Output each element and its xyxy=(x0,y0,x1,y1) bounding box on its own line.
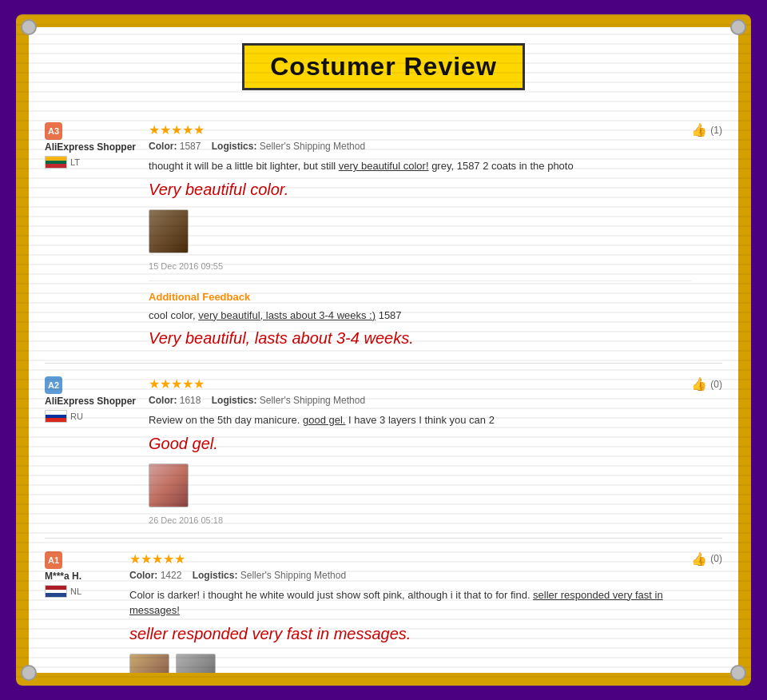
review-body: ★★★★★ Color: 1587 Logistics: Seller's Sh… xyxy=(149,122,691,350)
title-wrapper: Costumer Review xyxy=(45,43,722,90)
review-date: 26 Dec 2016 05:18 xyxy=(149,515,691,525)
reviewer-info: A1 M***a H. NL xyxy=(45,551,117,598)
review-text: Color is darker! i thought he white woul… xyxy=(129,587,691,646)
thumb-up-icon: 👍 xyxy=(691,122,707,137)
review-meta: Color: 1587 Logistics: Seller's Shipping… xyxy=(149,141,691,152)
flag-lt xyxy=(45,156,67,169)
review-header: A1 M***a H. NL ★★★★★ Color: 1422 Logisti… xyxy=(45,551,722,674)
review-date: 15 Dec 2016 09:55 xyxy=(149,261,691,271)
review-body: ★★★★★ Color: 1618 Logistics: Seller's Sh… xyxy=(149,376,691,525)
review-images xyxy=(149,463,691,507)
review-callout: Good gel. xyxy=(149,432,691,455)
corner-bolt-br xyxy=(730,665,746,681)
review-meta: Color: 1618 Logistics: Seller's Shipping… xyxy=(149,395,691,406)
review-body: ★★★★★ Color: 1422 Logistics: Seller's Sh… xyxy=(129,551,691,674)
review-thumbnail[interactable] xyxy=(149,463,189,507)
review-header: A3 AliExpress Shopper LT ★★★★★ Color: 15… xyxy=(45,122,722,350)
reviewer-country: LT xyxy=(70,157,80,167)
review-header: A2 AliExpress Shopper RU ★★★★★ Color: 16… xyxy=(45,376,722,525)
like-count[interactable]: 👍(1) xyxy=(691,122,722,137)
corner-bolt-tl xyxy=(21,19,37,35)
reviewer-name: AliExpress Shopper xyxy=(45,396,136,407)
review-card: A1 M***a H. NL ★★★★★ Color: 1422 Logisti… xyxy=(45,539,722,674)
reviewer-country: NL xyxy=(70,587,81,596)
review-thumbnail[interactable] xyxy=(149,209,189,253)
review-callout: seller responded very fast in messages. xyxy=(129,622,691,646)
additional-feedback-title: Additional Feedback xyxy=(149,291,691,303)
star-rating: ★★★★★ xyxy=(129,551,691,567)
corner-bolt-tr xyxy=(730,19,746,35)
page-title: Costumer Review xyxy=(242,43,525,90)
review-callout: Very beautiful color. xyxy=(149,177,691,201)
review-text: Review on the 5th day manicure. good gel… xyxy=(149,412,691,455)
reviewer-name: AliExpress Shopper xyxy=(45,141,136,153)
reviewer-badge: A1 xyxy=(45,551,62,569)
reviewer-badge: A3 xyxy=(45,122,62,140)
corner-bolt-bl xyxy=(21,665,37,681)
thumb-up-icon: 👍 xyxy=(691,376,707,392)
wood-frame: Costumer Review A3 AliExpress Shopper LT… xyxy=(16,14,751,686)
star-rating: ★★★★★ xyxy=(149,122,691,137)
star-rating: ★★★★★ xyxy=(149,376,691,392)
review-text: thought it will be a little bit lighter,… xyxy=(149,158,691,201)
additional-feedback-text: cool color, very beautiful, lasts about … xyxy=(149,308,691,351)
review-thumbnail[interactable] xyxy=(176,654,216,674)
review-meta: Color: 1422 Logistics: Seller's Shipping… xyxy=(129,570,691,581)
thumb-up-icon: 👍 xyxy=(691,551,707,567)
review-card: A2 AliExpress Shopper RU ★★★★★ Color: 16… xyxy=(45,364,722,539)
like-count[interactable]: 👍(0) xyxy=(691,376,722,392)
reviewer-country: RU xyxy=(70,412,83,421)
review-images xyxy=(149,209,691,253)
flag-ru xyxy=(45,410,67,423)
review-thumbnail[interactable] xyxy=(129,654,169,674)
review-card: A3 AliExpress Shopper LT ★★★★★ Color: 15… xyxy=(45,109,722,364)
additional-feedback-callout: Very beautiful, lasts about 3-4 weeks. xyxy=(149,326,691,350)
like-count[interactable]: 👍(0) xyxy=(691,551,722,567)
review-images xyxy=(129,654,691,674)
reviewer-name: M***a H. xyxy=(45,571,117,582)
content-area: Costumer Review A3 AliExpress Shopper LT… xyxy=(29,27,738,673)
reviewer-badge: A2 xyxy=(45,376,62,394)
reviewer-info: A2 AliExpress Shopper RU xyxy=(45,376,136,423)
additional-feedback: Additional Feedback cool color, very bea… xyxy=(149,280,691,351)
flag-nl xyxy=(45,585,67,598)
reviewer-info: A3 AliExpress Shopper LT xyxy=(45,122,136,169)
